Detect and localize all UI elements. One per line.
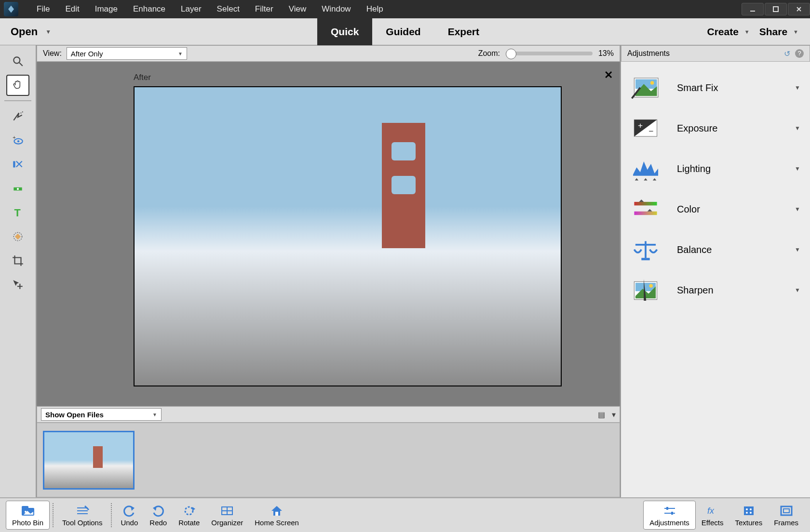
bbtn-label: Frames xyxy=(774,519,798,527)
adj-color[interactable]: Color ▼ xyxy=(621,189,810,229)
view-selector[interactable]: After Only xyxy=(67,47,187,60)
adj-balance[interactable]: Balance ▼ xyxy=(621,229,810,270)
hand-tool[interactable] xyxy=(6,75,29,96)
svg-point-8 xyxy=(17,140,19,142)
bbtn-label: Adjustments xyxy=(649,519,689,527)
svg-line-3 xyxy=(19,63,23,66)
bbtn-label: Undo xyxy=(121,519,138,527)
tool-options-button[interactable]: Tool Options xyxy=(56,501,108,530)
close-document-icon[interactable]: ✕ xyxy=(604,69,613,81)
menu-select[interactable]: Select xyxy=(209,1,247,17)
maximize-button[interactable] xyxy=(765,3,787,15)
straighten-tool[interactable] xyxy=(6,178,29,199)
chevron-down-icon: ▼ xyxy=(795,246,800,253)
svg-marker-49 xyxy=(192,507,195,511)
adj-sharpen[interactable]: Sharpen ▼ xyxy=(621,270,810,310)
svg-point-11 xyxy=(17,188,19,190)
chevron-down-icon: ▼ xyxy=(795,125,800,132)
whiten-teeth-tool[interactable] xyxy=(6,154,29,175)
svg-point-4 xyxy=(20,112,21,113)
view-bar: View: After Only Zoom: 13% xyxy=(37,45,620,62)
help-icon[interactable]: ? xyxy=(795,49,804,58)
svg-rect-27 xyxy=(634,202,657,205)
adj-label: Exposure xyxy=(677,123,778,134)
svg-text:+: + xyxy=(638,120,643,130)
undo-button[interactable]: Undo xyxy=(115,501,144,530)
svg-rect-33 xyxy=(641,258,649,260)
svg-point-62 xyxy=(750,508,752,510)
menu-layer[interactable]: Layer xyxy=(173,1,209,17)
canvas-label: After xyxy=(134,73,151,82)
organizer-button[interactable]: Organizer xyxy=(205,501,249,530)
zoom-slider[interactable] xyxy=(506,52,593,55)
menu-filter[interactable]: Filter xyxy=(247,1,281,17)
svg-text:T: T xyxy=(14,207,20,219)
share-button[interactable]: Share▼ xyxy=(759,26,798,38)
adj-exposure[interactable]: +− Exposure ▼ xyxy=(621,108,810,148)
svg-text:fx: fx xyxy=(707,506,715,516)
menu-image[interactable]: Image xyxy=(87,1,125,17)
svg-marker-24 xyxy=(635,178,638,181)
mode-bar: Open ▼ Quick Guided Expert Create▼ Share… xyxy=(0,18,810,45)
minimize-button[interactable] xyxy=(742,3,764,15)
menu-file[interactable]: File xyxy=(29,1,57,17)
tab-guided[interactable]: Guided xyxy=(372,18,434,45)
menu-help[interactable]: Help xyxy=(359,1,391,17)
frames-tab-button[interactable]: Frames xyxy=(768,501,804,530)
adjustments-tab-button[interactable]: Adjustments xyxy=(643,501,696,530)
rotate-button[interactable]: Rotate xyxy=(173,501,205,530)
chevron-down-icon: ▼ xyxy=(744,29,750,35)
create-button[interactable]: Create▼ xyxy=(707,26,749,38)
app-icon xyxy=(4,2,18,16)
divider xyxy=(4,100,31,101)
svg-text:−: − xyxy=(648,126,653,136)
spot-healing-tool[interactable] xyxy=(6,226,29,247)
balance-icon xyxy=(631,237,661,262)
crop-tool[interactable] xyxy=(6,250,29,271)
reset-icon[interactable]: ↺ xyxy=(784,49,790,58)
adj-label: Color xyxy=(677,204,778,215)
quick-selection-tool[interactable] xyxy=(6,106,29,127)
color-icon xyxy=(631,197,661,222)
close-button[interactable] xyxy=(788,3,810,15)
bin-collapse-icon[interactable]: ▾ xyxy=(612,410,616,419)
divider xyxy=(111,503,112,527)
menu-enhance[interactable]: Enhance xyxy=(125,1,173,17)
menu-view[interactable]: View xyxy=(281,1,314,17)
photo-bin-button[interactable]: Photo Bin xyxy=(6,501,50,530)
lighting-icon xyxy=(631,156,661,181)
adj-label: Lighting xyxy=(677,163,778,174)
menu-window[interactable]: Window xyxy=(314,1,358,17)
bbtn-label: Tool Options xyxy=(62,519,102,527)
photo-bin-selector[interactable]: Show Open Files xyxy=(41,408,162,421)
svg-marker-47 xyxy=(153,506,157,511)
svg-rect-58 xyxy=(671,512,673,515)
textures-tab-button[interactable]: Textures xyxy=(729,501,768,530)
open-label: Open xyxy=(11,26,38,38)
bin-options-icon[interactable]: ▤ xyxy=(598,410,605,419)
menu-edit[interactable]: Edit xyxy=(57,1,87,17)
svg-rect-65 xyxy=(781,506,792,515)
adjustments-panel: Adjustments ↺ ? Smart Fix ▼ +− Exposure … xyxy=(620,45,810,497)
tab-quick[interactable]: Quick xyxy=(317,18,372,45)
canvas[interactable]: After ✕ xyxy=(37,62,620,406)
type-tool[interactable]: T xyxy=(6,202,29,223)
move-tool[interactable] xyxy=(6,274,29,295)
zoom-value: 13% xyxy=(598,49,614,58)
tab-expert[interactable]: Expert xyxy=(434,18,493,45)
effects-tab-button[interactable]: fx Effects xyxy=(696,501,729,530)
adj-lighting[interactable]: Lighting ▼ xyxy=(621,148,810,189)
svg-rect-66 xyxy=(783,509,789,513)
zoom-tool[interactable] xyxy=(6,51,29,72)
svg-rect-14 xyxy=(15,234,21,239)
adj-label: Balance xyxy=(677,244,778,255)
adj-smart-fix[interactable]: Smart Fix ▼ xyxy=(621,67,810,108)
create-label: Create xyxy=(707,26,738,38)
redeye-tool[interactable]: + xyxy=(6,130,29,151)
open-button[interactable]: Open ▼ xyxy=(0,18,62,45)
photo-thumbnail[interactable] xyxy=(43,431,135,490)
home-screen-button[interactable]: Home Screen xyxy=(249,501,305,530)
photo-bin xyxy=(37,423,620,497)
svg-marker-46 xyxy=(131,506,135,511)
redo-button[interactable]: Redo xyxy=(144,501,173,530)
